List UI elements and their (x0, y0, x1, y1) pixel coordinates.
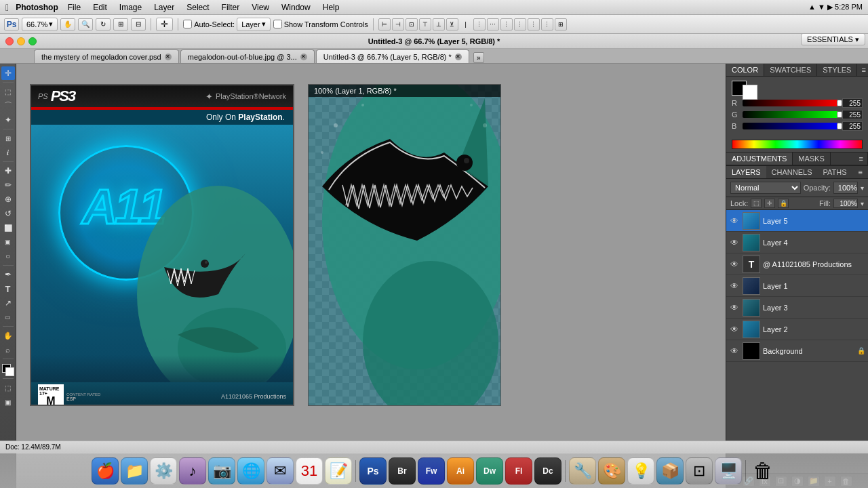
layer-2-eye[interactable]: 👁 (729, 324, 740, 335)
align-center-h[interactable]: ⊣ (392, 18, 404, 30)
tab-mystery[interactable]: the mystery of megoladon cover.psd ✕ (34, 49, 179, 63)
fill-input[interactable] (833, 199, 858, 208)
menu-filter[interactable]: Filter (216, 1, 245, 14)
history-brush-tool[interactable]: ↺ (1, 207, 15, 220)
tab-channels[interactable]: CHANNELS (766, 166, 818, 178)
g-slider[interactable] (743, 111, 840, 118)
tab-masks[interactable]: MASKS (793, 152, 831, 165)
color-selector[interactable] (2, 364, 14, 376)
align-mid-v[interactable]: ⊥ (433, 18, 445, 30)
adj-panel-menu[interactable]: ≡ (855, 152, 868, 165)
magic-wand-tool[interactable]: ✦ (1, 113, 15, 127)
r-slider[interactable] (743, 100, 840, 106)
b-value-input[interactable] (842, 121, 863, 131)
dock-illustrator[interactable]: Ai (447, 458, 474, 485)
move-btn[interactable]: ✛ (156, 18, 173, 31)
screen-mode-tool[interactable]: ▣ (1, 395, 15, 409)
g-slider-thumb[interactable] (837, 111, 842, 118)
dock-iphoto[interactable]: 📷 (208, 458, 235, 485)
zoom-button[interactable]: 66.7% ▾ (22, 18, 58, 31)
hand-tool-btn[interactable]: ✋ (60, 18, 75, 30)
minimize-button[interactable] (17, 37, 25, 45)
auto-select-check[interactable] (183, 20, 192, 28)
close-button[interactable] (5, 37, 14, 45)
menu-view[interactable]: View (246, 1, 275, 14)
distrib-r[interactable]: ⋮ (500, 18, 513, 30)
dock-textedit[interactable]: 📝 (325, 458, 352, 485)
color-spectrum[interactable] (732, 140, 863, 149)
gradient-tool[interactable]: ▣ (1, 235, 15, 249)
path-tool[interactable]: ↗ (1, 296, 15, 310)
dock-apps[interactable]: ⚙️ (150, 458, 177, 485)
dock-misc2[interactable]: 🎨 (598, 458, 625, 485)
layer-row-bg[interactable]: 👁 Background 🔒 (726, 340, 868, 362)
align-left[interactable]: ⊢ (378, 18, 391, 30)
menu-edit[interactable]: Edit (87, 1, 113, 14)
r-slider-thumb[interactable] (837, 100, 842, 106)
blend-mode-select[interactable]: Normal Multiply Screen (730, 182, 801, 194)
dock-mail[interactable]: ✉ (267, 458, 294, 485)
dock-trash[interactable]: 🗑 (749, 458, 776, 485)
dock-misc1[interactable]: 🔧 (569, 458, 596, 485)
align-bottom[interactable]: ⊻ (446, 18, 458, 30)
arrange2-btn[interactable]: ⊟ (131, 18, 146, 30)
menu-file[interactable]: File (62, 1, 86, 14)
shape-tool[interactable]: ▭ (1, 310, 15, 324)
opacity-input[interactable] (833, 182, 858, 194)
distrib-c[interactable]: ⋯ (487, 18, 499, 30)
dock-itunes[interactable]: ♪ (179, 458, 206, 485)
dock-misc3[interactable]: 💡 (627, 458, 654, 485)
align-top[interactable]: ⊤ (419, 18, 431, 30)
tab-paths[interactable]: PATHS (818, 166, 852, 178)
tab-mystery-close[interactable]: ✕ (165, 54, 172, 60)
bg-swatch[interactable] (743, 85, 757, 100)
auto-select-checkbox[interactable]: Auto-Select: Layer ▾ (183, 18, 270, 31)
layer-row-5[interactable]: 👁 Layer 5 (726, 210, 868, 232)
selection-tool[interactable]: ⬚ (1, 85, 15, 98)
layer-3-eye[interactable]: 👁 (729, 302, 740, 313)
layer-bg-eye[interactable]: 👁 (729, 346, 740, 357)
tab-nav-btn[interactable]: » (473, 52, 484, 63)
essentials-button[interactable]: ESSENTIALS ▾ (801, 33, 865, 45)
color-panel-menu[interactable]: ≡ (857, 64, 868, 76)
distrib-l[interactable]: ⋮ (473, 18, 486, 30)
dock-misc4[interactable]: 📦 (656, 458, 684, 485)
menu-window[interactable]: Window (276, 1, 316, 14)
g-value-input[interactable] (842, 110, 863, 119)
transform-check[interactable] (273, 20, 282, 28)
r-value-input[interactable] (842, 98, 863, 108)
eyedropper-tool[interactable]: 𝒊 (1, 146, 15, 159)
lock-all[interactable]: 🔒 (778, 199, 789, 208)
stamp-tool[interactable]: ⊕ (1, 192, 15, 206)
layer-row-text[interactable]: 👁 T @ A11021085 Productions (726, 253, 868, 275)
tab-swatches[interactable]: SWATCHES (764, 64, 817, 76)
menu-image[interactable]: Image (114, 1, 147, 14)
tab-untitled3-close[interactable]: ✕ (455, 54, 462, 60)
tab-megalodon[interactable]: megalodon-out-of-blue.jpg @ 3... ✕ (180, 49, 315, 63)
distrib-sp[interactable]: ⊞ (555, 18, 567, 30)
opacity-arrow[interactable]: ▾ (861, 184, 864, 192)
hand-tool[interactable]: ✋ (1, 329, 15, 342)
tab-megalodon-close[interactable]: ✕ (300, 54, 307, 60)
layer-row-2[interactable]: 👁 Layer 2 (726, 319, 868, 340)
brush-tool[interactable]: ✏ (1, 178, 15, 192)
type-tool[interactable]: T (1, 282, 15, 296)
layer-1-eye[interactable]: 👁 (729, 281, 740, 291)
dock-flash[interactable]: Fl (505, 458, 532, 485)
dock-devicecentral[interactable]: Dc (534, 458, 561, 485)
rotate-tool-btn[interactable]: ↻ (96, 18, 111, 30)
arrange-btn[interactable]: ⊞ (113, 18, 128, 30)
move-tool[interactable] (1, 66, 15, 80)
dock-dreamweaver[interactable]: Dw (476, 458, 503, 485)
distrib-t[interactable]: ⋮ (514, 18, 526, 30)
dodge-tool[interactable]: ○ (1, 249, 15, 263)
dock-misc6[interactable]: 🖥️ (715, 458, 742, 485)
ps-icon[interactable]: Ps (4, 18, 19, 30)
dock-folder[interactable]: 📁 (121, 458, 148, 485)
tab-untitled3[interactable]: Untitled-3 @ 66.7% (Layer 5, RGB/8) * ✕ (316, 49, 469, 63)
healing-tool[interactable]: ✚ (1, 164, 15, 178)
dock-fireworks[interactable]: Fw (418, 458, 445, 485)
layer-text-eye[interactable]: 👁 (729, 259, 740, 270)
dock-misc5[interactable]: ⊡ (686, 458, 713, 485)
layer-row-4[interactable]: 👁 Layer 4 (726, 232, 868, 253)
